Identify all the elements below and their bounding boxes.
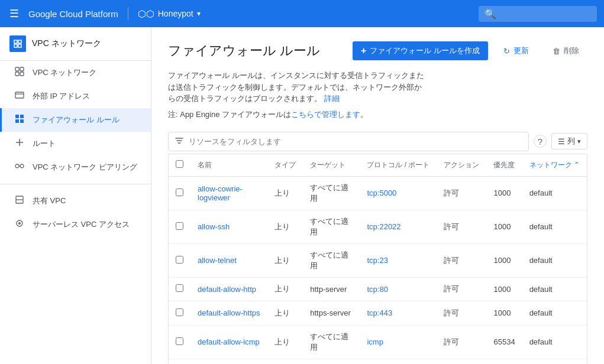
- row-checkbox-cell[interactable]: [169, 210, 190, 243]
- refresh-button[interactable]: ↻ 更新: [495, 41, 537, 60]
- table-row: allow-cowrie-logviewer 上り すべてに適用 tcp:500…: [169, 176, 587, 210]
- row-protocol-port: tcp:0-65535udp:0-65535icmp: [360, 359, 437, 364]
- col-network[interactable]: ネットワーク ⌃: [522, 154, 587, 177]
- filter-help-icon[interactable]: ?: [534, 135, 547, 148]
- row-name[interactable]: allow-telnet: [190, 243, 267, 277]
- select-all-header[interactable]: [169, 154, 190, 177]
- row-priority: 65534: [486, 325, 522, 359]
- row-name[interactable]: default-allow-icmp: [190, 325, 267, 359]
- sidebar-item-serverless-vpc[interactable]: サーバーレス VPC アクセス: [0, 213, 151, 236]
- sidebar-item-firewall-rules[interactable]: ファイアウォール ルール: [0, 108, 151, 132]
- search-bar[interactable]: 🔍: [479, 6, 597, 22]
- row-type: 上り: [267, 176, 303, 210]
- row-checkbox-cell[interactable]: [169, 359, 190, 364]
- row-target: http-server: [303, 277, 360, 301]
- sidebar-item-vpc-network[interactable]: VPC ネットワーク: [0, 61, 151, 84]
- row-priority: 1000: [486, 243, 522, 277]
- row-checkbox-cell[interactable]: [169, 277, 190, 301]
- sidebar-item-routes[interactable]: ルート: [0, 132, 151, 155]
- row-type: 上り: [267, 277, 303, 301]
- filter-bar: [168, 132, 529, 151]
- header: ☰ Google Cloud Platform ⬡⬡ Honeypot ▾ 🔍: [0, 0, 604, 27]
- action-buttons: + ファイアウォール ルールを作成 ↻ 更新 🗑 削除: [353, 41, 587, 60]
- columns-button[interactable]: ☰ 列 ▾: [551, 133, 587, 150]
- sidebar-item-external-ip[interactable]: 外部 IP アドレス: [0, 84, 151, 108]
- row-checkbox[interactable]: [176, 256, 183, 264]
- svg-rect-2: [14, 44, 17, 47]
- row-name[interactable]: default-allow-https: [190, 301, 267, 326]
- row-protocol-port: icmp: [360, 325, 437, 359]
- col-priority: 優先度: [486, 154, 522, 177]
- sidebar-item-label: サーバーレス VPC アクセス: [33, 219, 130, 230]
- note-text: 注: App Engine ファイアウォールはこちらで管理します。: [168, 109, 587, 120]
- row-target: すべてに適用: [303, 243, 360, 277]
- row-name[interactable]: allow-ssh: [190, 210, 267, 243]
- row-target: すべてに適用: [303, 176, 360, 210]
- row-protocol-port: tcp:22022: [360, 210, 437, 243]
- svg-rect-0: [14, 40, 17, 43]
- row-name[interactable]: allow-cowrie-logviewer: [190, 176, 267, 210]
- shared-vpc-icon: [14, 195, 25, 207]
- add-icon: +: [361, 46, 366, 56]
- row-checkbox[interactable]: [176, 284, 183, 292]
- sidebar-section-icon: [9, 35, 26, 52]
- svg-rect-8: [15, 92, 24, 98]
- row-target: すべてに適用: [303, 359, 360, 364]
- row-priority: 65534: [486, 359, 522, 364]
- menu-icon[interactable]: ☰: [7, 5, 21, 22]
- table-row: default-allow-https 上り https-server tcp:…: [169, 301, 587, 326]
- row-checkbox[interactable]: [176, 222, 183, 230]
- filter-icon: [175, 136, 184, 147]
- project-icon: ⬡⬡: [138, 8, 154, 20]
- sidebar-item-label: ルート: [33, 138, 56, 149]
- row-type: 上り: [267, 301, 303, 326]
- delete-button[interactable]: 🗑 削除: [544, 41, 587, 60]
- project-selector[interactable]: ⬡⬡ Honeypot ▾: [138, 8, 201, 20]
- description-link[interactable]: 詳細: [324, 94, 340, 103]
- columns-icon: ☰: [558, 137, 565, 146]
- row-network: default: [522, 301, 587, 326]
- row-checkbox-cell[interactable]: [169, 176, 190, 210]
- col-action: アクション: [437, 154, 486, 177]
- vpc-network-icon: [14, 67, 25, 79]
- description-text: ファイアウォール ルールは、インスタンスに対する受信トラフィックまたは送信トラフ…: [168, 70, 428, 105]
- row-checkbox-cell[interactable]: [169, 325, 190, 359]
- row-checkbox[interactable]: [176, 337, 183, 345]
- routes-icon: [14, 138, 25, 150]
- row-name[interactable]: default-allow-internal: [190, 359, 267, 364]
- delete-icon: 🗑: [553, 47, 560, 56]
- table-row: default-allow-internal 上り すべてに適用 tcp:0-6…: [169, 359, 587, 364]
- main-content: ファイアウォール ルール + ファイアウォール ルールを作成 ↻ 更新 🗑 削除…: [151, 27, 604, 364]
- row-checkbox[interactable]: [176, 308, 183, 316]
- svg-rect-11: [20, 115, 24, 118]
- row-target: すべてに適用: [303, 325, 360, 359]
- row-priority: 1000: [486, 210, 522, 243]
- svg-rect-5: [20, 67, 24, 71]
- row-checkbox-cell[interactable]: [169, 243, 190, 277]
- row-action: 許可: [437, 301, 486, 326]
- note-link[interactable]: こちらで管理します: [291, 110, 360, 119]
- sidebar-separator: [0, 184, 151, 184]
- row-name[interactable]: default-allow-http: [190, 277, 267, 301]
- sidebar-item-shared-vpc[interactable]: 共有 VPC: [0, 189, 151, 213]
- sidebar: VPC ネットワーク VPC ネットワーク 外部 IP アドレス ファイアウォー…: [0, 27, 151, 364]
- page-header: ファイアウォール ルール + ファイアウォール ルールを作成 ↻ 更新 🗑 削除: [168, 41, 587, 60]
- table-row: allow-telnet 上り すべてに適用 tcp:23 許可 1000 de…: [169, 243, 587, 277]
- row-action: 許可: [437, 210, 486, 243]
- row-checkbox-cell[interactable]: [169, 301, 190, 326]
- sidebar-section-header: VPC ネットワーク: [0, 27, 151, 61]
- select-all-checkbox[interactable]: [176, 160, 183, 168]
- filter-input[interactable]: [189, 137, 522, 146]
- serverless-vpc-icon: [14, 219, 25, 230]
- svg-point-16: [15, 164, 19, 168]
- row-checkbox[interactable]: [176, 188, 183, 196]
- col-name: 名前: [190, 154, 267, 177]
- create-firewall-rule-button[interactable]: + ファイアウォール ルールを作成: [353, 41, 488, 60]
- svg-rect-10: [15, 115, 19, 118]
- sidebar-item-label: 外部 IP アドレス: [33, 91, 90, 102]
- row-priority: 1000: [486, 277, 522, 301]
- external-ip-icon: [14, 90, 25, 102]
- svg-rect-1: [18, 40, 21, 43]
- sidebar-item-vpc-peering[interactable]: VPC ネットワーク ピアリング: [0, 155, 151, 179]
- header-divider: [128, 7, 128, 20]
